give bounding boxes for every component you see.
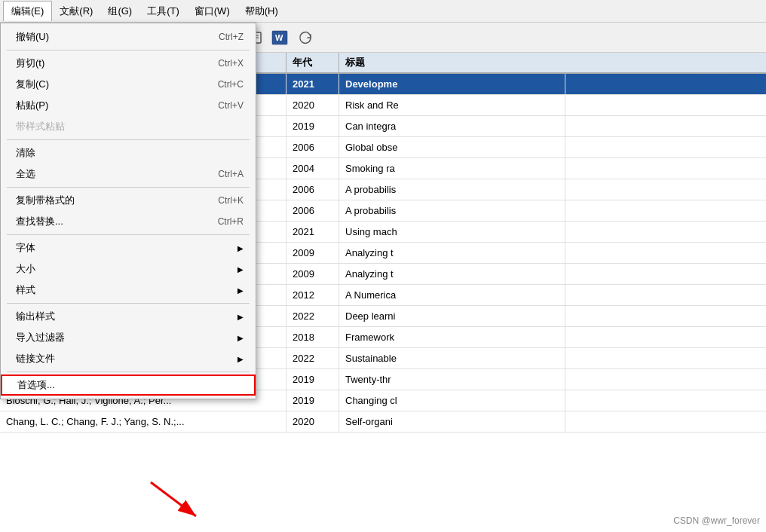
cell-year: 2018 [286,327,339,347]
cell-author: Chang, L. C.; Chang, F. J.; Yang, S. N.;… [0,411,286,432]
menu-help[interactable]: 帮助(H) [237,2,286,21]
menu-item-shortcut: Ctrl+A [218,169,244,179]
menu-item-label: 链接文件 [16,352,55,365]
cell-year: 2009 [286,264,339,284]
submenu-arrow-icon: ▶ [237,265,244,274]
menu-item-t[interactable]: 剪切(t)Ctrl+X [1,53,256,74]
menu-item-shortcut: Ctrl+C [218,79,244,90]
menu-item-label: 字体 [16,241,35,255]
cell-title: Deep learni [339,306,565,326]
submenu-arrow-icon: ▶ [237,355,244,363]
menu-item-label: 全选 [16,167,35,181]
cell-title: Analyzing t [339,264,565,284]
menu-item-[interactable]: 输出样式▶ [1,306,256,327]
cell-year: 2019 [286,390,339,411]
menu-item-shortcut: Ctrl+R [218,216,244,227]
watermark: CSDN @wwr_forever [673,515,760,526]
refresh-button[interactable] [293,26,317,49]
cell-year: 2012 [286,285,339,305]
cell-year: 2022 [286,348,339,368]
menu-refs[interactable]: 文献(R) [52,2,100,21]
menu-item-shortcut: Ctrl+X [218,58,244,69]
menu-item-[interactable]: 链接文件▶ [1,348,256,369]
menu-item-[interactable]: 导入过滤器▶ [1,327,256,348]
menu-separator [7,187,250,188]
menu-item-shortcut: Ctrl+V [218,100,244,111]
menu-item-label: 粘贴(P) [16,99,48,112]
menu-item-[interactable]: 样式▶ [1,280,256,301]
menu-item-label: 输出样式 [16,310,55,323]
cell-title: Using mach [339,222,565,242]
cell-title: Sustainable [339,348,565,368]
word-button[interactable]: W [268,26,292,49]
menu-item-label: 大小 [16,262,35,276]
menu-item-label: 带样式粘贴 [16,120,65,133]
menu-group[interactable]: 组(G) [100,2,139,21]
edit-dropdown-menu: 撤销(U)Ctrl+Z剪切(t)Ctrl+X复制(C)Ctrl+C粘贴(P)Ct… [0,23,256,399]
cell-title: A probabilis [339,200,565,221]
col-header-title: 标题 [339,53,565,72]
menu-item-label: 样式 [16,283,35,297]
cell-year: 2020 [286,95,339,115]
cell-title: Global obse [339,137,565,157]
submenu-arrow-icon: ▶ [237,334,244,342]
cell-title: Self-organi [339,411,565,432]
menu-item-label: 撤销(U) [16,30,49,44]
cell-title: Developme [339,74,565,94]
menu-item-c[interactable]: 复制(C)Ctrl+C [1,74,256,95]
menu-item-label: 首选项... [17,378,55,392]
menu-item-[interactable]: 复制带格式的Ctrl+K [1,190,256,211]
cell-year: 2019 [286,369,339,390]
submenu-arrow-icon: ▶ [237,244,244,252]
cell-title: Smoking ra [339,158,565,179]
menu-tools[interactable]: 工具(T) [139,2,187,21]
menu-separator [7,50,250,50]
cell-title: A Numerica [339,285,565,305]
menu-item-label: 查找替换... [16,215,63,228]
cell-title: Can integra [339,116,565,136]
cell-year: 2004 [286,158,339,179]
cell-year: 2006 [286,179,339,200]
cell-year: 2006 [286,137,339,157]
cell-year: 2021 [286,222,339,242]
cell-year: 2020 [286,411,339,432]
cell-year: 2006 [286,200,339,221]
menu-separator [7,303,250,304]
menu-separator [7,139,250,140]
menu-item-label: 复制带格式的 [16,194,75,207]
menu-item-u[interactable]: 撤销(U)Ctrl+Z [1,26,256,47]
menu-item-[interactable]: 全选Ctrl+A [1,164,256,185]
cell-year: 2019 [286,116,339,136]
menu-item-shortcut: Ctrl+Z [219,32,244,42]
menu-item-[interactable]: 查找替换...Ctrl+R [1,211,256,232]
menu-item-[interactable]: 字体▶ [1,237,256,258]
cell-year: 2021 [286,74,339,94]
submenu-arrow-icon: ▶ [237,286,244,295]
te-label: tE [699,72,720,96]
menu-separator [7,371,250,372]
menu-edit[interactable]: 编辑(E) [3,1,52,21]
cell-title: Analyzing t [339,243,565,263]
col-header-year: 年代 [286,53,339,72]
menu-item-p[interactable]: 粘贴(P)Ctrl+V [1,95,256,116]
svg-text:W: W [275,33,283,42]
menu-item-: 带样式粘贴 [1,116,256,137]
submenu-arrow-icon: ▶ [237,313,244,321]
menu-item-label: 清除 [16,146,35,160]
menu-item-[interactable]: 首选项... [1,375,256,396]
cell-year: 2022 [286,306,339,326]
menu-item-label: 复制(C) [16,78,49,91]
cell-year: 2009 [286,243,339,263]
cell-title: Framework [339,327,565,347]
cell-title: Changing cl [339,390,565,411]
menu-window[interactable]: 窗口(W) [187,2,237,21]
table-row[interactable]: Chang, L. C.; Chang, F. J.; Yang, S. N.;… [0,411,766,433]
menubar: 编辑(E) 文献(R) 组(G) 工具(T) 窗口(W) 帮助(H) [0,0,766,23]
cell-title: A probabilis [339,179,565,200]
menu-item-shortcut: Ctrl+K [218,195,244,206]
menu-separator [7,234,250,235]
cell-title: Risk and Re [339,95,565,115]
menu-item-label: 导入过滤器 [16,331,65,344]
menu-item-[interactable]: 清除 [1,142,256,164]
menu-item-[interactable]: 大小▶ [1,258,256,280]
